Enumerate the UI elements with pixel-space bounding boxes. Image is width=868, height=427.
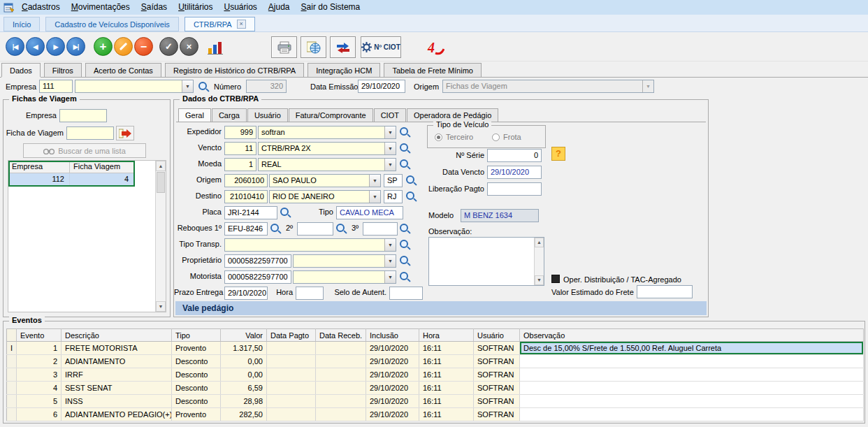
fichas-col-ficha-viagem[interactable]: Ficha Viagem xyxy=(70,161,134,173)
hora-input[interactable] xyxy=(296,287,324,300)
expedidor-code-input[interactable]: 999 xyxy=(224,126,256,139)
reboque-3-input[interactable] xyxy=(363,222,398,236)
evento-row-1[interactable]: I 1 FRETE MOTORISTA Provento 1.317,50 29… xyxy=(7,342,864,355)
scroll-down-icon[interactable]: ▼ xyxy=(156,301,166,312)
cell-data-pagto[interactable] xyxy=(267,395,316,408)
observacao-scrollbar[interactable]: ▲ ▼ xyxy=(534,238,544,285)
softran-logo-button[interactable]: 4 xyxy=(422,36,448,58)
cell-inclusao[interactable]: 29/10/2020 xyxy=(366,395,419,408)
cell-data-receb[interactable] xyxy=(316,382,366,395)
cell-tipo[interactable]: Desconto xyxy=(172,368,221,382)
chevron-down-icon[interactable]: ▼ xyxy=(369,175,380,187)
transfer-button[interactable] xyxy=(330,36,356,58)
col-data-receb[interactable]: Data Receb. xyxy=(316,329,366,342)
cell-valor[interactable]: 28,98 xyxy=(221,395,267,408)
prazo-entrega-input[interactable]: 29/10/2020 xyxy=(224,287,268,300)
first-record-button[interactable]: |◀ xyxy=(6,37,24,56)
scroll-up-icon[interactable]: ▲ xyxy=(156,161,166,171)
close-tab-icon[interactable]: × xyxy=(237,20,246,29)
tab-ciot[interactable]: CIOT xyxy=(374,108,406,122)
search-icon[interactable] xyxy=(399,126,411,138)
oper-distribuicao-checkbox[interactable] xyxy=(551,275,560,283)
tab-ctrb-rpa[interactable]: CTRB/RPA × xyxy=(185,17,255,31)
menu-cadastros[interactable]: Cadastros xyxy=(16,0,66,15)
search-icon[interactable] xyxy=(270,223,282,235)
cell-inclusao[interactable]: 29/10/2020 xyxy=(366,342,419,355)
evento-row-2[interactable]: 2 ADIANTAMENTO Desconto 0,00 29/10/2020 … xyxy=(7,355,864,368)
chevron-down-icon[interactable]: ▼ xyxy=(182,80,193,92)
last-record-button[interactable]: ▶| xyxy=(66,37,85,56)
cell-hora[interactable]: 16:11 xyxy=(419,368,474,382)
col-evento[interactable]: Evento xyxy=(17,329,62,342)
col-data-pagto[interactable]: Data Pagto xyxy=(267,329,316,342)
cell-evento[interactable]: 3 xyxy=(17,368,62,382)
tab-carga[interactable]: Carga xyxy=(212,108,247,122)
vencto-combo[interactable]: CTRB/RPA 2X▼ xyxy=(258,142,396,155)
cell-hora[interactable]: 16:11 xyxy=(419,342,474,355)
cell-data-receb[interactable] xyxy=(316,395,366,408)
prev-record-button[interactable]: ◀ xyxy=(26,37,45,56)
confirm-button[interactable]: ✓ xyxy=(159,37,178,56)
cell-descricao[interactable]: SEST SENAT xyxy=(62,382,172,395)
col-usuario[interactable]: Usuário xyxy=(474,329,520,342)
cell-valor[interactable]: 282,50 xyxy=(221,408,267,421)
cell-inclusao[interactable]: 29/10/2020 xyxy=(366,408,419,421)
search-icon[interactable] xyxy=(399,143,411,154)
search-icon[interactable] xyxy=(405,175,417,187)
tab-geral[interactable]: Geral xyxy=(178,108,211,122)
tab-tabela-frete-minimo[interactable]: Tabela de Frete Mínimo xyxy=(384,63,482,77)
menu-movimentacoes[interactable]: Movimentações xyxy=(66,0,136,15)
search-icon[interactable] xyxy=(198,81,210,93)
search-icon[interactable] xyxy=(335,223,347,235)
cell-data-receb[interactable] xyxy=(316,408,366,421)
cell-observacao[interactable] xyxy=(520,408,864,421)
tab-operadora-pedagio[interactable]: Operadora de Pedágio xyxy=(407,108,498,122)
scroll-up-icon[interactable]: ▲ xyxy=(535,238,544,247)
search-icon[interactable] xyxy=(280,207,291,219)
search-icon[interactable] xyxy=(399,223,411,235)
cell-evento[interactable]: 2 xyxy=(17,355,62,368)
evento-row-3[interactable]: 3 IRRF Desconto 0,00 29/10/2020 16:11 SO… xyxy=(7,368,864,382)
scroll-down-icon[interactable]: ▼ xyxy=(535,275,544,285)
cell-inclusao[interactable]: 29/10/2020 xyxy=(366,382,419,395)
help-button[interactable]: ? xyxy=(551,147,565,161)
cell-valor[interactable]: 0,00 xyxy=(221,355,267,368)
tab-usuario[interactable]: Usuário xyxy=(247,108,288,122)
cell-usuario[interactable]: SOFTRAN xyxy=(474,382,520,395)
cell-descricao[interactable]: INSS xyxy=(62,395,172,408)
menu-usuarios[interactable]: Usuários xyxy=(218,0,262,15)
menu-sair-do-sistema[interactable]: Sair do Sistema xyxy=(296,0,366,15)
delete-button[interactable]: − xyxy=(134,37,153,56)
cell-usuario[interactable]: SOFTRAN xyxy=(474,355,520,368)
cell-tipo[interactable]: Desconto xyxy=(172,355,221,368)
fichas-col-empresa[interactable]: Empresa xyxy=(8,161,70,173)
add-button[interactable]: + xyxy=(94,37,113,56)
cell-data-receb[interactable] xyxy=(316,342,366,355)
menu-saidas[interactable]: Saídas xyxy=(136,0,173,15)
origem-cidade-combo[interactable]: SAO PAULO▼ xyxy=(269,174,381,187)
cell-observacao[interactable] xyxy=(520,355,864,368)
edit-button[interactable] xyxy=(114,37,133,56)
chevron-down-icon[interactable]: ▼ xyxy=(384,255,396,267)
evento-row-6[interactable]: 6 ADIANTAMENTO PEDAGIO(+) Provento 282,5… xyxy=(7,408,864,421)
cell-data-pagto[interactable] xyxy=(267,355,316,368)
col-hora[interactable]: Hora xyxy=(419,329,474,342)
tab-registro-historico[interactable]: Registro de Histórico do CTRB/RPA xyxy=(165,63,304,77)
moeda-combo[interactable]: REAL▼ xyxy=(258,158,396,171)
cell-valor[interactable]: 1.317,50 xyxy=(221,342,267,355)
cell-descricao[interactable]: IRRF xyxy=(62,368,172,382)
cell-observacao[interactable] xyxy=(520,395,864,408)
cell-hora[interactable]: 16:11 xyxy=(419,355,474,368)
tab-fatura-comprovante[interactable]: Fatura/Comprovante xyxy=(289,108,373,122)
empresa-input[interactable]: 111 xyxy=(39,80,73,93)
evento-row-4[interactable]: 4 SEST SENAT Desconto 6,59 29/10/2020 16… xyxy=(7,382,864,395)
chevron-down-icon[interactable]: ▼ xyxy=(384,126,396,138)
chevron-down-icon[interactable]: ▼ xyxy=(384,159,396,171)
cell-tipo[interactable]: Desconto xyxy=(172,382,221,395)
chevron-down-icon[interactable]: ▼ xyxy=(384,239,396,251)
cell-evento[interactable]: 6 xyxy=(17,408,62,421)
cell-data-pagto[interactable] xyxy=(267,408,316,421)
print-button[interactable] xyxy=(271,36,297,58)
cell-observacao[interactable] xyxy=(520,382,864,395)
menu-ajuda[interactable]: Ajuda xyxy=(263,0,296,15)
